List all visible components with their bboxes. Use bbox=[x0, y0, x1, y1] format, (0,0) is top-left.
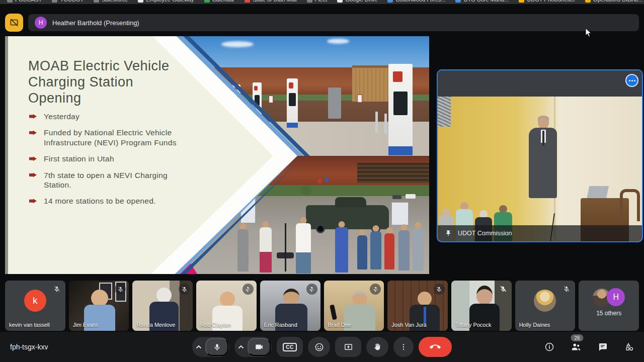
bookmark-label: UDOT Photoshelter bbox=[527, 0, 575, 3]
more-options-icon bbox=[399, 343, 408, 351]
slide-bullet-list: Yesterday Funded by National Electric Ve… bbox=[29, 112, 195, 213]
favicon bbox=[519, 0, 524, 3]
favicon bbox=[307, 0, 312, 3]
bookmark-label: Employee Gateway bbox=[146, 0, 194, 3]
mic-options-chevron[interactable] bbox=[192, 337, 205, 357]
bookmark-item[interactable]: Calendar bbox=[204, 0, 235, 3]
spotlight-video-tile[interactable]: UDOT Commission bbox=[437, 69, 643, 242]
participant-tile[interactable]: Tiffany Pocock bbox=[451, 281, 512, 331]
meeting-panels: 26 bbox=[543, 332, 636, 362]
favicon bbox=[52, 0, 57, 3]
tripod-shape bbox=[285, 223, 286, 272]
leave-call-button[interactable] bbox=[419, 337, 452, 357]
bookmark-label: Fleet bbox=[315, 0, 327, 3]
mic-off-icon bbox=[179, 284, 190, 295]
people-panel-button[interactable]: 26 bbox=[570, 340, 583, 353]
truck-wheel-shape bbox=[316, 224, 325, 233]
bookmark-item[interactable]: Cottonwood Fores... bbox=[387, 0, 445, 3]
camera-icon bbox=[255, 342, 264, 351]
ev-charger-shape bbox=[388, 64, 413, 155]
slide-bullet: Funded by National Electric Vehicle Infr… bbox=[29, 128, 195, 147]
presentation-off-icon bbox=[9, 18, 19, 28]
bookmark-item[interactable]: Google Drive bbox=[337, 0, 377, 3]
present-screen-button[interactable] bbox=[335, 337, 361, 357]
utility-box-shape bbox=[328, 87, 341, 119]
raise-hand-button[interactable] bbox=[366, 337, 388, 357]
bookmark-label: State of Utah Mail bbox=[253, 0, 296, 3]
slide-bullet: 14 more stations to be opened. bbox=[29, 196, 195, 206]
spotlight-label-bar: UDOT Commission bbox=[438, 225, 642, 241]
camera-options-chevron[interactable] bbox=[234, 337, 248, 357]
tile-more-options-button[interactable] bbox=[625, 74, 638, 87]
meeting-details-button[interactable] bbox=[543, 340, 556, 353]
camera-control-group bbox=[234, 337, 272, 357]
bookmark-item[interactable]: UDOT Photoshelter bbox=[519, 0, 575, 3]
activities-button[interactable] bbox=[623, 340, 636, 353]
slide-window-edge bbox=[5, 36, 8, 274]
sign-shape bbox=[269, 96, 273, 103]
slide-bullet: 7th state to open a NEVI Charging Statio… bbox=[29, 170, 195, 190]
favicon bbox=[204, 0, 210, 3]
participant-tile[interactable]: Rob Clayton bbox=[196, 281, 257, 331]
participant-tile[interactable]: k kevin van tassell bbox=[5, 281, 65, 331]
camera-toggle-button[interactable] bbox=[248, 338, 271, 356]
dot bbox=[631, 80, 633, 81]
slide-title: MOAB Electric Vehicle Charging Station O… bbox=[28, 58, 189, 107]
mic-off-icon bbox=[498, 284, 509, 295]
presenter-name: Heather Barthold (Presenting) bbox=[52, 19, 139, 27]
laptop-shape bbox=[587, 186, 609, 199]
favicon bbox=[7, 0, 13, 3]
stop-presenting-button[interactable] bbox=[5, 14, 23, 32]
participant-tile[interactable]: Jim Evans bbox=[69, 281, 129, 331]
bookmark-item[interactable]: UTG Core Mand... bbox=[455, 0, 509, 3]
bookmark-item[interactable]: YOUDOT bbox=[52, 0, 84, 3]
reactions-button[interactable] bbox=[308, 337, 330, 357]
bullet-arrow-icon bbox=[29, 130, 37, 135]
dot bbox=[634, 80, 635, 81]
people-icon bbox=[571, 341, 582, 352]
activities-icon bbox=[624, 342, 634, 352]
overflow-avatars: H bbox=[593, 288, 625, 307]
participant-avatar: H bbox=[607, 288, 625, 306]
participant-tile[interactable]: Ronda Menlove bbox=[132, 281, 193, 331]
person-silhouette bbox=[413, 222, 424, 270]
participant-tile[interactable]: Brad Dee bbox=[324, 281, 384, 331]
person-silhouette bbox=[237, 223, 249, 272]
balloon-shape bbox=[318, 179, 321, 184]
captions-button[interactable]: CC bbox=[277, 337, 303, 357]
participant-name: kevin van tassell bbox=[9, 322, 50, 328]
bookmark-item[interactable]: Fleet bbox=[307, 0, 327, 3]
mic-toggle-button[interactable] bbox=[205, 338, 228, 356]
display-board-shape bbox=[391, 202, 409, 225]
bookmark-item[interactable]: State of Utah Mail bbox=[245, 0, 296, 3]
bookmark-item[interactable]: Salesforce bbox=[94, 0, 128, 3]
bookmark-item[interactable]: PODCAST bbox=[7, 0, 42, 3]
participant-name: Ronda Menlove bbox=[136, 322, 175, 328]
bullet-arrow-icon bbox=[29, 173, 37, 177]
favicon bbox=[337, 0, 343, 3]
browser-bookmarks-bar: PODCAST YOUDOT Salesforce Employee Gatew… bbox=[0, 0, 644, 4]
chat-panel-button[interactable] bbox=[596, 340, 609, 353]
favicon bbox=[138, 0, 143, 3]
pin-icon bbox=[445, 230, 452, 237]
spotlight-video-feed bbox=[438, 97, 642, 241]
participant-tile[interactable]: Holly Daines bbox=[515, 281, 576, 331]
present-screen-icon bbox=[344, 342, 353, 352]
pavilion-roof-shape bbox=[357, 163, 429, 183]
participant-tile[interactable]: Josh Van Jura bbox=[387, 281, 448, 331]
slide-bullet: First station in Utah bbox=[29, 154, 195, 163]
presenter-avatar: H bbox=[35, 17, 47, 29]
participant-tile[interactable]: Eric Rasband bbox=[260, 281, 320, 331]
mic-control-group bbox=[192, 337, 229, 357]
balloon-shape bbox=[325, 177, 329, 182]
mic-off-icon bbox=[561, 284, 572, 295]
more-options-button[interactable] bbox=[393, 337, 414, 357]
bullet-text: Funded by National Electric Vehicle Infr… bbox=[44, 128, 195, 147]
overflow-participants-tile[interactable]: H 15 others bbox=[579, 281, 639, 331]
mic-off-icon bbox=[51, 284, 62, 295]
desk-microphone-shape bbox=[329, 304, 337, 320]
bookmark-item[interactable]: Operations Dashb... bbox=[585, 0, 642, 3]
bullet-text: First station in Utah bbox=[44, 154, 114, 163]
call-controls: CC bbox=[192, 337, 452, 357]
bookmark-item[interactable]: Employee Gateway bbox=[138, 0, 194, 3]
